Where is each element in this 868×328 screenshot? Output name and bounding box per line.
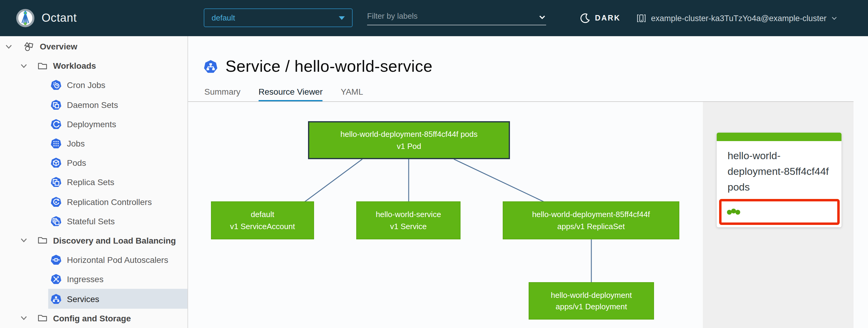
replicationcontroller-icon — [51, 196, 61, 207]
labels-filter[interactable] — [367, 10, 546, 25]
node-kind: v1 ServiceAccount — [230, 220, 295, 232]
deployment-icon — [51, 119, 61, 130]
sidebar-item-services[interactable]: Services — [0, 289, 187, 308]
node-name: hello-world-deployment — [551, 289, 632, 301]
namespace-select-value: default — [212, 13, 235, 22]
node-kind: apps/v1 ReplicaSet — [557, 220, 625, 232]
service-icon — [204, 60, 218, 73]
folder-icon — [37, 61, 48, 71]
sidebar-item-label: Discovery and Load Balancing — [53, 236, 176, 245]
folder-icon — [37, 235, 48, 246]
main-content: Service / hello-world-service SummaryRes… — [188, 36, 868, 328]
node-kind: apps/v1 Deployment — [555, 301, 627, 312]
sidebar-item-label: Overview — [40, 41, 78, 51]
graph-edge — [304, 159, 362, 202]
sidebar-item-pods[interactable]: Pods — [0, 153, 187, 173]
sidebar-item-discovery-and-load-balancing[interactable]: Discovery and Load Balancing — [0, 231, 187, 250]
sidebar-item-label: Replication Controllers — [67, 197, 152, 207]
sidebar-item-label: Deployments — [67, 119, 116, 129]
sidebar-item-replication-controllers[interactable]: Replication Controllers — [0, 192, 187, 211]
chevron-down-icon — [831, 15, 837, 21]
app-header: Octant default DARK — [0, 0, 868, 36]
tab-resource-viewer[interactable]: Resource Viewer — [258, 87, 323, 102]
node-kind: v1 Service — [390, 220, 427, 232]
theme-toggle[interactable]: DARK — [580, 0, 621, 36]
sidebar-item-label: Jobs — [67, 139, 85, 148]
octant-app: Octant default DARK — [0, 0, 868, 328]
cluster-icon — [637, 13, 646, 23]
pod-status-highlight[interactable] — [719, 199, 840, 225]
graph-edge — [454, 159, 544, 202]
sidebar-item-cron-jobs[interactable]: Cron Jobs — [0, 76, 187, 95]
sidebar-item-deployments[interactable]: Deployments — [0, 115, 187, 134]
context-selector-label: example-cluster-ka3TuTzYo4a@example-clus… — [651, 13, 827, 23]
sidebar-item-daemon-sets[interactable]: Daemon Sets — [0, 95, 187, 114]
app-title: Octant — [41, 11, 77, 25]
graph-node-hello-world-deployment[interactable]: hello-world-deploymentapps/v1 Deployment — [529, 282, 654, 320]
sidebar-item-label: Cron Jobs — [67, 81, 105, 90]
statefulset-icon — [51, 216, 61, 227]
sidebar-item-config-and-storage[interactable]: Config and Storage — [0, 308, 187, 328]
tab-bar: SummaryResource ViewerYAML — [204, 87, 363, 102]
expander-chevron-icon[interactable] — [20, 314, 28, 322]
sidebar-item-label: Pods — [67, 158, 86, 168]
card-status-bar — [717, 132, 841, 141]
sidebar-item-label: Replica Sets — [67, 178, 114, 187]
folder-icon — [37, 313, 48, 323]
sidebar-item-stateful-sets[interactable]: Stateful Sets — [0, 211, 187, 231]
graph-node-hello-world-deployment-85ff4cf44f-pods[interactable]: hello-world-deployment-85ff4cf44f podsv1… — [308, 121, 510, 159]
cronjob-icon — [51, 80, 61, 91]
daemonset-icon — [51, 99, 61, 110]
sidebar-item-replica-sets[interactable]: Replica Sets — [0, 173, 187, 192]
sidebar-item-label: Services — [67, 294, 99, 304]
moon-icon — [580, 13, 590, 23]
ingress-icon — [51, 274, 61, 285]
sidebar-item-label: Horizontal Pod Autoscalers — [67, 255, 168, 265]
graph-node-hello-world-service[interactable]: hello-world-servicev1 Service — [356, 201, 461, 239]
sidebar-item-workloads[interactable]: Workloads — [0, 56, 187, 76]
context-selector[interactable]: example-cluster-ka3TuTzYo4a@example-clus… — [637, 0, 837, 36]
sidebar-item-label: Workloads — [53, 61, 96, 71]
app-brand: Octant — [16, 0, 77, 36]
theme-toggle-label: DARK — [595, 14, 621, 22]
node-kind: v1 Pod — [397, 140, 421, 152]
overview-icon — [23, 41, 34, 52]
resource-detail-card: hello-world-deployment-85ff4cf44f pods — [717, 132, 841, 227]
node-name: default — [251, 209, 274, 220]
sidebar-item-jobs[interactable]: Jobs — [0, 134, 187, 153]
card-title: hello-world-deployment-85ff4cf44f pods — [717, 141, 841, 196]
resource-detail-panel: hello-world-deployment-85ff4cf44f pods — [703, 102, 854, 328]
expander-chevron-icon[interactable] — [20, 62, 28, 70]
tab-yaml[interactable]: YAML — [341, 87, 363, 102]
page-title: Service / hello-world-service — [204, 57, 433, 76]
chevron-down-icon[interactable] — [538, 13, 546, 21]
graph-node-hello-world-deployment-85ff4cf44f[interactable]: hello-world-deployment-85ff4cf44fapps/v1… — [503, 201, 679, 239]
sidebar-item-horizontal-pod-autoscalers[interactable]: Horizontal Pod Autoscalers — [0, 250, 187, 270]
sidebar-item-ingresses[interactable]: Ingresses — [0, 270, 187, 289]
node-name: hello-world-deployment-85ff4cf44f — [532, 209, 650, 220]
pod-status-dot — [731, 208, 736, 213]
graph-node-default[interactable]: defaultv1 ServiceAccount — [211, 201, 314, 239]
sidebar-item-label: Ingresses — [67, 275, 103, 284]
hpa-icon — [51, 255, 61, 265]
sidebar-item-label: Stateful Sets — [67, 216, 115, 226]
pod-status-dot — [735, 210, 740, 214]
octant-logo-icon[interactable] — [16, 8, 35, 28]
labels-filter-input[interactable] — [367, 11, 538, 23]
sidebar: OverviewWorkloadsCron JobsDaemon SetsDep… — [0, 36, 188, 328]
page-title-text: Service / hello-world-service — [225, 57, 433, 76]
pod-icon — [51, 157, 61, 168]
node-name: hello-world-service — [376, 209, 441, 220]
sidebar-item-overview[interactable]: Overview — [0, 37, 187, 56]
expander-chevron-icon[interactable] — [5, 42, 13, 50]
sidebar-item-label: Config and Storage — [53, 313, 131, 323]
caret-down-icon — [339, 16, 345, 20]
replicaset-icon — [51, 177, 61, 188]
node-name: hello-world-deployment-85ff4cf44f pods — [341, 128, 478, 140]
expander-chevron-icon[interactable] — [20, 237, 28, 244]
service-icon — [51, 293, 61, 304]
job-icon — [51, 138, 61, 149]
tab-summary[interactable]: Summary — [204, 87, 241, 102]
namespace-select[interactable]: default — [204, 8, 352, 27]
sidebar-item-label: Daemon Sets — [67, 100, 118, 110]
